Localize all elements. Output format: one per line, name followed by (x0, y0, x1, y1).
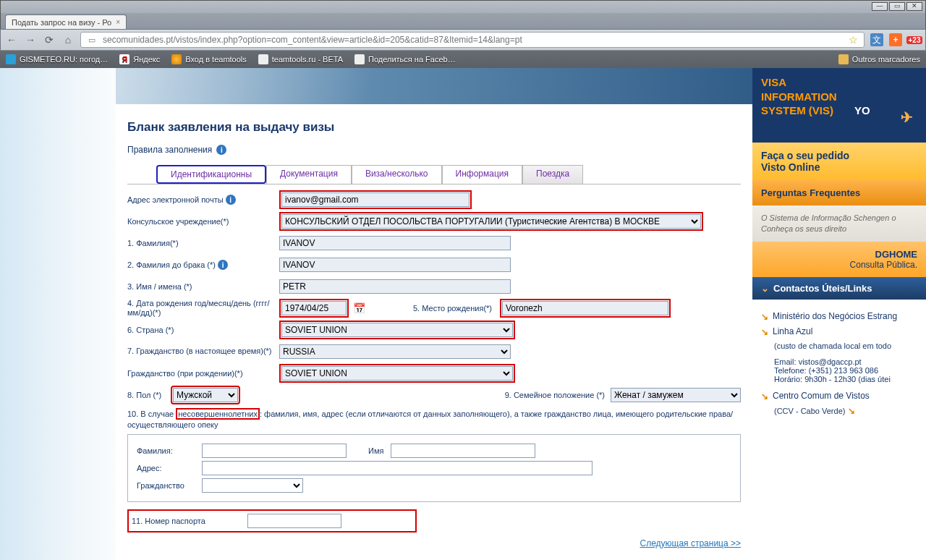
label-sex: 8. Пол (*) (127, 391, 171, 399)
bookmark-gismeteo[interactable]: GISMETEO.RU: погод… (6, 54, 108, 64)
arrow-icon: ↘ (848, 406, 855, 416)
tab-information[interactable]: Информация (442, 165, 522, 184)
label-country: 6. Страна (*) (127, 326, 279, 334)
bookmark-other[interactable]: Outros marcadores (838, 54, 920, 64)
tab-identification[interactable]: Идентификационны (156, 165, 266, 184)
sidebar-vis-box[interactable]: VISA INFORMATION SYSTEM (VIS) YO ✈ (752, 68, 926, 143)
label-minors: 10. В случае несовершеннолетних: фамилия… (127, 409, 741, 431)
label-guardian-surname: Фамилия: (137, 446, 195, 455)
sex-select[interactable]: Мужской (173, 388, 238, 402)
sidebar-visto-online[interactable]: Faça o seu pedido Visto Online (752, 143, 926, 180)
address-bar[interactable]: ▭ secomunidades.pt/vistos/index.php?opti… (80, 32, 865, 48)
consulate-select[interactable]: КОНСУЛЬСКИЙ ОТДЕЛ ПОСОЛЬСТВА ПОРТУГАЛИИ … (281, 214, 701, 229)
label-email: Адрес электронной почты i (127, 195, 279, 205)
link-linha-azul[interactable]: ↘Linha Azul (761, 326, 917, 337)
pob-input[interactable] (502, 301, 668, 315)
tab-documentation[interactable]: Документация (266, 165, 352, 184)
surname-input[interactable] (279, 236, 511, 250)
passport-input[interactable] (247, 514, 341, 528)
sidebar-schengen: O Sistema de Informação Schengen o Conhe… (752, 205, 926, 242)
window-titlebar: — ▭ ✕ (0, 0, 926, 13)
label-nationality-now: 7. Гражданство (в настоящее время)(*) (127, 347, 279, 356)
link-mne[interactable]: ↘Ministério dos Negócios Estrang (761, 311, 917, 322)
bookmark-yandex[interactable]: ЯЯндекс (119, 54, 160, 64)
country-select[interactable]: SOVIET UNION (281, 323, 513, 337)
surname-birth-input[interactable] (279, 258, 511, 272)
plane-icon: ✈ (901, 108, 913, 127)
firstname-input[interactable] (279, 279, 511, 294)
forward-icon[interactable]: → (24, 33, 37, 46)
label-surname-birth: 2. Фамилия до брака (*) i (127, 260, 279, 270)
label-guardian-nat: Гражданство (137, 481, 195, 490)
tab-title: Подать запрос на визу - Ро (12, 18, 111, 27)
bookmark-teamtools-login[interactable]: Вход в teamtools (171, 54, 247, 64)
info-icon[interactable]: i (218, 260, 228, 270)
nationality-birth-select[interactable]: SOVIET UNION (281, 366, 513, 381)
info-icon[interactable]: i (226, 195, 236, 205)
page-title: Бланк заявления на выдачу визы (127, 120, 741, 135)
dob-input[interactable] (281, 301, 347, 315)
chevron-down-icon: ⌄ (761, 283, 769, 294)
bookmark-teamtools-beta[interactable]: teamtools.ru - BETA (258, 54, 343, 64)
label-surname: 1. Фамилия(*) (127, 239, 279, 247)
label-guardian-name: Имя (368, 446, 383, 455)
sidebar-dghome[interactable]: DGHOME Consulta Pública. (752, 242, 926, 277)
label-passport: 11. Номер паспорта (132, 517, 247, 525)
bookmark-star-icon[interactable]: ☆ (846, 33, 859, 46)
reload-icon[interactable]: ⟳ (43, 33, 56, 46)
label-dob: 4. Дата рождения год/месяц/день (гггг/мм… (127, 299, 279, 318)
sidebar-links: ↘Ministério dos Negócios Estrang ↘Linha … (752, 300, 926, 423)
browser-tab[interactable]: Подать запрос на визу - Ро × (5, 14, 127, 29)
label-marital: 9. Семейное положение (*) (505, 391, 605, 399)
next-page-link[interactable]: Следующая страница >> (640, 538, 741, 548)
sidebar-links-header: ⌄ Contactos Úteis/Links (752, 277, 926, 300)
label-pob: 5. Место рождения(*) (413, 304, 500, 313)
arrow-icon: ↘ (761, 391, 768, 402)
arrow-icon: ↘ (761, 312, 768, 322)
form-tabs: Идентификационны Документация Виза/неско… (156, 165, 741, 184)
guardian-nat-select[interactable] (202, 478, 303, 493)
window-maximize-button[interactable]: ▭ (889, 2, 905, 11)
browser-toolbar: ← → ⟳ ⌂ ▭ secomunidades.pt/vistos/index.… (0, 29, 926, 51)
translate-ext-icon[interactable]: 文 (870, 33, 883, 46)
guardian-block: Фамилия: Имя Адрес: Гражданство (127, 434, 741, 502)
tab-visa[interactable]: Виза/несколько (352, 165, 442, 184)
label-guardian-addr: Адрес: (137, 464, 195, 472)
tab-trip[interactable]: Поездка (522, 165, 583, 184)
calendar-icon[interactable]: 📅 (353, 302, 365, 314)
sidebar-faq[interactable]: Perguntas Frequentes (752, 180, 926, 205)
marital-select[interactable]: Женат / замужем (611, 388, 741, 402)
home-icon[interactable]: ⌂ (61, 33, 75, 46)
guardian-name-input[interactable] (391, 444, 535, 458)
tab-close-icon[interactable]: × (116, 18, 120, 26)
bookmarks-bar: GISMETEO.RU: погод… ЯЯндекс Вход в teamt… (0, 51, 926, 68)
guardian-addr-input[interactable] (202, 461, 592, 475)
url-text: secomunidades.pt/vistos/index.php?option… (103, 35, 842, 45)
header-banner (116, 68, 752, 104)
nationality-now-select[interactable]: RUSSIA (279, 344, 511, 359)
browser-tabbar: Подать запрос на визу - Ро × (0, 13, 926, 29)
rules-link[interactable]: Правила заполнения i (127, 145, 741, 155)
addthis-ext-icon[interactable]: + (889, 33, 902, 46)
link-ccv[interactable]: ↘Centro Comum de Vistos (761, 391, 917, 402)
bookmark-facebook-share[interactable]: Поделиться на Faceb… (354, 54, 456, 64)
label-nationality-birth: Гражданство (при рождении)(*) (127, 369, 279, 378)
arrow-icon: ↘ (761, 327, 768, 337)
notifier-ext-icon[interactable]: +23 (908, 33, 921, 46)
window-minimize-button[interactable]: — (872, 2, 888, 11)
email-input[interactable] (281, 192, 470, 207)
page-icon: ▭ (85, 33, 98, 46)
info-icon: i (216, 145, 226, 155)
window-close-button[interactable]: ✕ (906, 2, 922, 11)
label-firstname: 3. Имя / имена (*) (127, 282, 279, 291)
guardian-surname-input[interactable] (202, 444, 347, 458)
label-consulate: Консульское учреждение(*) (127, 217, 279, 226)
back-icon[interactable]: ← (5, 33, 18, 46)
email-link[interactable]: vistos@dgaccp.pt (799, 357, 862, 366)
